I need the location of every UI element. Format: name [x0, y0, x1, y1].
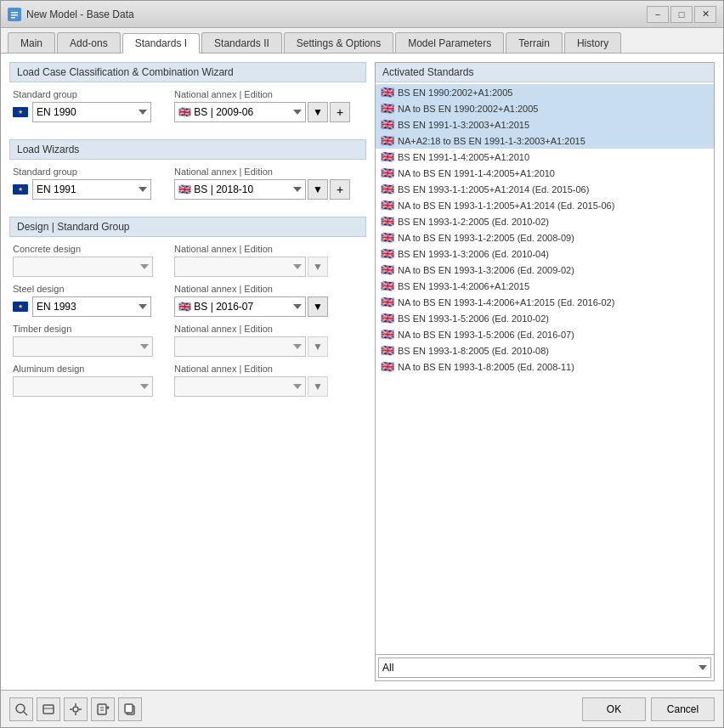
uk-flag-icon: 🇬🇧	[381, 150, 394, 163]
load-case-content: Standard group EN 1990 National annex | …	[9, 82, 366, 129]
minimize-button[interactable]: −	[647, 6, 669, 23]
aluminum-select[interactable]	[13, 376, 153, 397]
load-case-annex-label: National annex | Edition	[174, 89, 363, 99]
aluminum-annex-group: National annex | Edition ▼	[174, 364, 363, 397]
aluminum-label: Aluminum design	[13, 364, 166, 374]
svg-point-4	[16, 704, 25, 713]
concrete-annex-select[interactable]	[174, 257, 306, 277]
svg-rect-2	[11, 14, 18, 16]
svg-rect-13	[98, 704, 106, 714]
concrete-filter-button[interactable]: ▼	[308, 257, 328, 277]
load-wizards-filter-button[interactable]: ▼	[308, 179, 328, 200]
standard-item[interactable]: 🇬🇧NA to BS EN 1993-1-1:2005+A1:2014 (Ed.…	[376, 197, 714, 213]
standard-item[interactable]: 🇬🇧BS EN 1993-1-2:2005 (Ed. 2010-02)	[376, 213, 714, 229]
load-case-filter-button[interactable]: ▼	[308, 102, 328, 122]
tab-settings[interactable]: Settings & Options	[284, 32, 393, 53]
load-case-add-button[interactable]: +	[330, 102, 350, 122]
standard-item-text: NA to BS EN 1993-1-8:2005 (Ed. 2008-11)	[398, 362, 574, 372]
timber-filter-button[interactable]: ▼	[308, 336, 328, 357]
edit-button[interactable]	[37, 697, 60, 721]
standard-item[interactable]: 🇬🇧BS EN 1990:2002+A1:2005	[376, 84, 714, 100]
load-case-row: Standard group EN 1990 National annex | …	[13, 89, 363, 122]
tab-main[interactable]: Main	[8, 32, 55, 53]
timber-group: Timber design	[13, 324, 166, 357]
uk-flag-icon: 🇬🇧	[381, 215, 394, 228]
load-wizards-group-select[interactable]: EN 1991	[32, 179, 151, 200]
maximize-button[interactable]: □	[670, 6, 693, 23]
timber-row: Timber design National annex | Edition	[13, 324, 363, 357]
standard-item[interactable]: 🇬🇧BS EN 1991-1-4:2005+A1:2010	[376, 149, 714, 165]
concrete-select[interactable]	[13, 257, 153, 277]
tab-terrain[interactable]: Terrain	[506, 32, 563, 53]
load-case-section: Load Case Classification & Combination W…	[9, 62, 366, 129]
uk-flag-icon: 🇬🇧	[381, 360, 394, 373]
standard-item[interactable]: 🇬🇧BS EN 1993-1-4:2006+A1:2015	[376, 278, 714, 294]
standard-item[interactable]: 🇬🇧BS EN 1993-1-8:2005 (Ed. 2010-08)	[376, 342, 714, 358]
standard-item[interactable]: 🇬🇧NA to BS EN 1993-1-4:2006+A1:2015 (Ed.…	[376, 294, 714, 310]
aluminum-annex-label: National annex | Edition	[174, 364, 363, 374]
settings-button[interactable]	[64, 697, 88, 721]
standard-item-text: BS EN 1993-1-8:2005 (Ed. 2010-08)	[398, 346, 549, 356]
copy-icon	[123, 703, 137, 716]
bottom-toolbar: OK Cancel	[1, 690, 723, 727]
cancel-button[interactable]: Cancel	[651, 697, 715, 721]
steel-annex-select[interactable]: 🇬🇧 BS | 2016-07	[174, 296, 306, 317]
load-wizards-row: Standard group EN 1991 National annex | …	[13, 166, 363, 200]
tab-addons[interactable]: Add-ons	[57, 32, 121, 53]
standard-item[interactable]: 🇬🇧NA to BS EN 1993-1-3:2006 (Ed. 2009-02…	[376, 262, 714, 278]
standard-item[interactable]: 🇬🇧BS EN 1993-1-5:2006 (Ed. 2010-02)	[376, 310, 714, 326]
standard-item[interactable]: 🇬🇧NA to BS EN 1990:2002+A1:2005	[376, 100, 714, 116]
close-button[interactable]: ✕	[694, 6, 716, 23]
standard-item[interactable]: 🇬🇧NA to BS EN 1993-1-5:2006 (Ed. 2016-07…	[376, 326, 714, 342]
load-wizards-annex-select[interactable]: 🇬🇧 BS | 2018-10	[174, 179, 306, 200]
tab-standards1[interactable]: Standards I	[122, 33, 200, 54]
eu-flag-3	[13, 302, 28, 312]
standard-item[interactable]: 🇬🇧NA to BS EN 1993-1-8:2005 (Ed. 2008-11…	[376, 358, 714, 375]
export-icon	[96, 703, 110, 716]
timber-label: Timber design	[13, 324, 166, 334]
standard-item[interactable]: 🇬🇧BS EN 1991-1-3:2003+A1:2015	[376, 116, 714, 133]
ok-button[interactable]: OK	[582, 697, 646, 721]
search-button[interactable]	[9, 697, 33, 721]
uk-flag-icon: 🇬🇧	[381, 134, 394, 147]
timber-annex-wrapper: ▼	[174, 336, 363, 357]
standard-item[interactable]: 🇬🇧BS EN 1993-1-3:2006 (Ed. 2010-04)	[376, 245, 714, 262]
load-wizards-add-button[interactable]: +	[330, 179, 350, 200]
right-panel: Activated Standards 🇬🇧BS EN 1990:2002+A1…	[375, 62, 715, 681]
standard-item[interactable]: 🇬🇧NA+A2:18 to BS EN 1991-1-3:2003+A1:201…	[376, 133, 714, 149]
standard-item-text: NA to BS EN 1993-1-4:2006+A1:2015 (Ed. 2…	[398, 297, 614, 308]
timber-annex-select[interactable]	[174, 336, 306, 357]
steel-row: Steel design EN 1993 National annex | Ed…	[13, 284, 363, 317]
export-button[interactable]	[91, 697, 115, 721]
steel-filter-button[interactable]: ▼	[308, 296, 328, 317]
uk-flag-icon: 🇬🇧	[381, 86, 394, 99]
load-wizards-group-group: Standard group EN 1991	[13, 166, 166, 200]
standard-item[interactable]: 🇬🇧NA to BS EN 1993-1-2:2005 (Ed. 2008-09…	[376, 229, 714, 245]
standard-item-text: NA to BS EN 1993-1-3:2006 (Ed. 2009-02)	[398, 265, 574, 275]
steel-select[interactable]: EN 1993	[32, 296, 151, 317]
copy-button[interactable]	[118, 697, 142, 721]
title-bar: New Model - Base Data − □ ✕	[1, 1, 723, 28]
design-content: Concrete design National annex | Edition	[9, 237, 366, 404]
aluminum-filter-button[interactable]: ▼	[308, 376, 328, 397]
standard-item[interactable]: 🇬🇧NA to BS EN 1991-1-4:2005+A1:2010	[376, 165, 714, 181]
load-case-annex-select[interactable]: 🇬🇧 BS | 2009-06	[174, 102, 306, 122]
uk-flag-icon: 🇬🇧	[381, 247, 394, 260]
standard-item-text: NA to BS EN 1990:2002+A1:2005	[398, 104, 538, 114]
tab-model-params[interactable]: Model Parameters	[395, 32, 504, 53]
timber-select[interactable]	[13, 336, 153, 357]
tab-standards2[interactable]: Standards II	[201, 32, 282, 53]
timber-annex-label: National annex | Edition	[174, 324, 363, 334]
load-wizards-annex-label: National annex | Edition	[174, 166, 363, 177]
uk-flag-icon: 🇬🇧	[381, 263, 394, 276]
standards-filter-select[interactable]: All	[378, 657, 711, 678]
concrete-row: Concrete design National annex | Edition	[13, 244, 363, 277]
aluminum-annex-select[interactable]	[174, 376, 306, 397]
window-controls: − □ ✕	[647, 6, 716, 23]
standard-item[interactable]: 🇬🇧BS EN 1993-1-1:2005+A1:2014 (Ed. 2015-…	[376, 181, 714, 197]
tab-history[interactable]: History	[564, 32, 621, 53]
svg-rect-3	[11, 17, 15, 19]
search-icon	[14, 703, 28, 716]
load-case-group-select[interactable]: EN 1990	[32, 102, 151, 122]
standard-item-text: BS EN 1993-1-2:2005 (Ed. 2010-02)	[398, 217, 549, 227]
